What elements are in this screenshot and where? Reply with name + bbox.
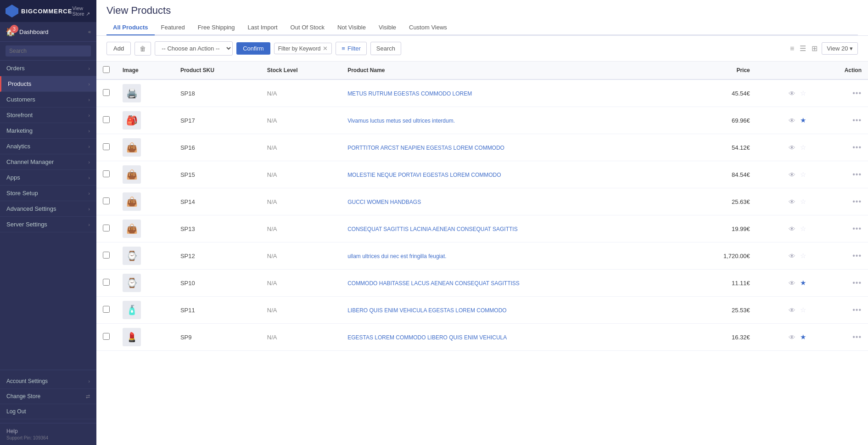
product-link-3[interactable]: MOLESTIE NEQUE PORTAVI EGESTAS LOREM COM… xyxy=(347,172,501,178)
row-checkbox-7[interactable] xyxy=(103,279,110,286)
sidebar-item-store-setup[interactable]: Store Setup › xyxy=(0,186,96,201)
search-button[interactable]: Search xyxy=(370,42,401,55)
view-count-selector[interactable]: View 20 ▾ xyxy=(822,42,858,55)
more-options-icon-8[interactable]: ••• xyxy=(852,306,862,314)
featured-star-icon-5[interactable]: ☆ xyxy=(800,225,806,233)
view-store-link[interactable]: View Store ↗ xyxy=(72,6,91,17)
visibility-icon-0[interactable]: 👁 xyxy=(789,90,795,97)
featured-star-icon-2[interactable]: ☆ xyxy=(800,143,806,152)
product-link-7[interactable]: COMMODO HABITASSE LACUS AENEAN CONSEQUAT… xyxy=(347,280,520,287)
featured-star-icon-6[interactable]: ☆ xyxy=(800,252,806,260)
product-link-9[interactable]: EGESTAS LOREM COMMODO LIBERO QUIS ENIM V… xyxy=(347,334,507,341)
sidebar-item-advanced-settings[interactable]: Advanced Settings › xyxy=(0,201,96,217)
product-link-1[interactable]: Vivamus luctus metus sed ultrices interd… xyxy=(347,118,455,124)
product-link-4[interactable]: GUCCI WOMEN HANDBAGS xyxy=(347,199,421,205)
visibility-icon-5[interactable]: 👁 xyxy=(789,225,795,233)
featured-star-icon-7[interactable]: ★ xyxy=(800,279,806,287)
row-price-cell: 11.11€ xyxy=(683,270,756,297)
more-options-icon-7[interactable]: ••• xyxy=(852,279,862,287)
more-options-icon-0[interactable]: ••• xyxy=(852,89,862,97)
featured-star-icon-3[interactable]: ☆ xyxy=(800,170,806,179)
tab-all-products[interactable]: All Products xyxy=(106,20,155,35)
view-grid-icon[interactable]: ⊞ xyxy=(810,43,819,54)
more-options-icon-6[interactable]: ••• xyxy=(852,252,862,259)
featured-star-icon-9[interactable]: ★ xyxy=(800,333,806,341)
row-checkbox-1[interactable] xyxy=(103,116,110,123)
help-label[interactable]: Help xyxy=(6,428,90,434)
sidebar-item-channel-manager[interactable]: Channel Manager › xyxy=(0,154,96,170)
row-icons-cell: 👁 ☆ xyxy=(756,188,812,215)
row-checkbox-8[interactable] xyxy=(103,306,110,313)
sidebar-item-orders[interactable]: Orders › xyxy=(0,61,96,76)
product-link-2[interactable]: PORTTITOR ARCST NEAPIEN EGESTAS LOREM CO… xyxy=(347,145,504,151)
row-checkbox-2[interactable] xyxy=(103,143,110,150)
tab-custom-views[interactable]: Custom Views xyxy=(403,20,454,35)
row-checkbox-0[interactable] xyxy=(103,89,110,96)
sidebar-item-change-store[interactable]: Change Store ⇄ xyxy=(0,389,96,404)
featured-star-icon-1[interactable]: ★ xyxy=(800,116,806,124)
visibility-icon-1[interactable]: 👁 xyxy=(789,117,795,124)
featured-star-icon-8[interactable]: ☆ xyxy=(800,306,806,314)
tab-visible[interactable]: Visible xyxy=(372,20,403,35)
confirm-button[interactable]: Confirm xyxy=(236,42,270,55)
sidebar-item-server-settings[interactable]: Server Settings › xyxy=(0,217,96,232)
sidebar-item-analytics[interactable]: Analytics › xyxy=(0,139,96,154)
row-image-cell: ⌚ xyxy=(116,270,174,297)
delete-button[interactable]: 🗑 xyxy=(134,42,151,56)
visibility-icon-2[interactable]: 👁 xyxy=(789,144,795,152)
product-link-5[interactable]: CONSEQUAT SAGITTIS LACINIA AENEAN CONSEQ… xyxy=(347,226,518,232)
sidebar-item-storefront[interactable]: Storefront › xyxy=(0,107,96,123)
visibility-icon-4[interactable]: 👁 xyxy=(789,198,795,206)
add-button[interactable]: Add xyxy=(106,42,131,55)
visibility-icon-9[interactable]: 👁 xyxy=(789,333,795,341)
action-select[interactable]: -- Choose an Action -- Delete Selected S… xyxy=(155,41,233,56)
view-list-compact-icon[interactable]: ≡ xyxy=(789,43,795,54)
view-list-icon[interactable]: ☰ xyxy=(798,43,807,54)
row-checkbox-5[interactable] xyxy=(103,225,110,231)
tab-last-import[interactable]: Last Import xyxy=(241,20,284,35)
row-checkbox-6[interactable] xyxy=(103,252,110,259)
select-all-checkbox[interactable] xyxy=(103,66,110,73)
featured-star-icon-4[interactable]: ☆ xyxy=(800,197,806,206)
sidebar-item-customers[interactable]: Customers › xyxy=(0,92,96,107)
filter-label: Filter xyxy=(347,45,361,52)
tab-out-of-stock[interactable]: Out Of Stock xyxy=(284,20,331,35)
row-action-icons-0: 👁 ☆ xyxy=(763,89,806,97)
row-checkbox-9[interactable] xyxy=(103,333,110,340)
row-name-cell: ullam ultrices dui nec est fringilla feu… xyxy=(341,242,683,270)
product-link-8[interactable]: LIBERO QUIS ENIM VEHICULA EGESTAS LOREM … xyxy=(347,307,507,314)
row-image-cell: ⌚ xyxy=(116,242,174,270)
row-checkbox-4[interactable] xyxy=(103,197,110,204)
sidebar-item-marketing[interactable]: Marketing › xyxy=(0,123,96,139)
row-checkbox-3[interactable] xyxy=(103,170,110,177)
product-link-0[interactable]: METUS RUTRUM EGESTAS COMMODO LOREM xyxy=(347,90,472,97)
collapse-icon[interactable]: « xyxy=(88,29,91,34)
visibility-icon-3[interactable]: 👁 xyxy=(789,171,795,179)
tab-featured[interactable]: Featured xyxy=(155,20,191,35)
sidebar: BIGCOMMERCE View Store ↗ 🏠 3 Dashboard «… xyxy=(0,0,96,445)
more-options-icon-2[interactable]: ••• xyxy=(852,143,862,151)
more-options-icon-5[interactable]: ••• xyxy=(852,225,862,232)
visibility-icon-6[interactable]: 👁 xyxy=(789,252,795,260)
visibility-icon-7[interactable]: 👁 xyxy=(789,279,795,287)
sidebar-search-input[interactable] xyxy=(6,45,91,56)
more-options-icon-9[interactable]: ••• xyxy=(852,333,862,341)
row-checkbox-cell xyxy=(96,270,116,297)
tab-not-visible[interactable]: Not Visible xyxy=(331,20,372,35)
analytics-label: Analytics xyxy=(6,143,30,150)
sidebar-item-account-settings[interactable]: Account Settings › xyxy=(0,374,96,389)
more-options-icon-4[interactable]: ••• xyxy=(852,197,862,205)
row-action-icons-1: 👁 ★ xyxy=(763,116,806,124)
sidebar-item-log-out[interactable]: Log Out xyxy=(0,404,96,419)
visibility-icon-8[interactable]: 👁 xyxy=(789,306,795,314)
product-link-6[interactable]: ullam ultrices dui nec est fringilla feu… xyxy=(347,253,446,259)
filter-keyword-clear[interactable]: ✕ xyxy=(323,45,328,52)
more-options-icon-1[interactable]: ••• xyxy=(852,116,862,124)
tab-free-shipping[interactable]: Free Shipping xyxy=(191,20,241,35)
featured-star-icon-0[interactable]: ☆ xyxy=(800,89,806,97)
dashboard-item[interactable]: 🏠 3 Dashboard « xyxy=(0,22,96,42)
sidebar-item-products[interactable]: Products › xyxy=(0,76,96,92)
sidebar-item-apps[interactable]: Apps › xyxy=(0,170,96,186)
filter-button[interactable]: ≡ Filter xyxy=(336,42,366,55)
more-options-icon-3[interactable]: ••• xyxy=(852,170,862,178)
